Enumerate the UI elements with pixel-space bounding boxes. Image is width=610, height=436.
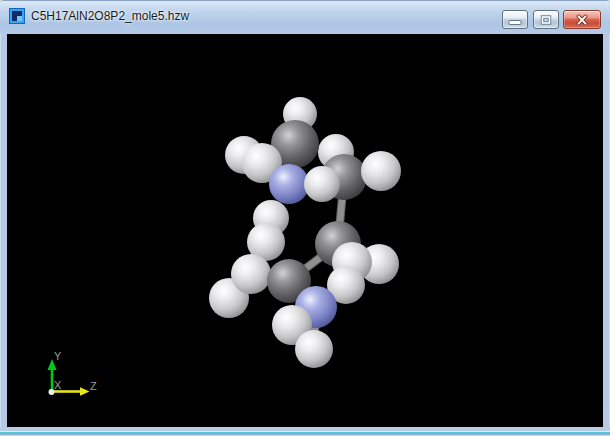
app-icon[interactable]	[9, 8, 25, 24]
axis-gizmo: Y Z X	[48, 350, 98, 396]
restore-icon	[540, 14, 553, 26]
axis-x-label: X	[54, 379, 62, 391]
atom-n[interactable]	[269, 164, 309, 204]
axis-z-arrowhead	[80, 387, 90, 395]
window-bottom-frame	[0, 427, 610, 436]
render-viewport[interactable]: Y Z X	[7, 34, 603, 428]
minimize-icon	[509, 20, 522, 25]
atom-h[interactable]	[295, 330, 333, 368]
atom-h[interactable]	[231, 254, 271, 294]
restore-button[interactable]	[533, 10, 559, 29]
molecule-svg: Y Z X	[7, 34, 603, 428]
window-controls	[502, 10, 601, 29]
atom-h[interactable]	[361, 151, 401, 191]
atom-h[interactable]	[304, 166, 340, 202]
molecule	[209, 97, 401, 368]
axis-y-label: Y	[54, 350, 62, 362]
axis-z-label: Z	[90, 380, 97, 392]
window-title: C5H17AlN2O8P2_mole5.hzw	[31, 9, 189, 23]
app-icon-notch	[17, 16, 22, 21]
close-button[interactable]	[563, 10, 601, 29]
viewer-window: C5H17AlN2O8P2_mole5.hzw	[0, 0, 610, 436]
title-bar[interactable]: C5H17AlN2O8P2_mole5.hzw	[0, 1, 610, 34]
minimize-button[interactable]	[502, 10, 528, 29]
close-icon	[576, 14, 589, 25]
